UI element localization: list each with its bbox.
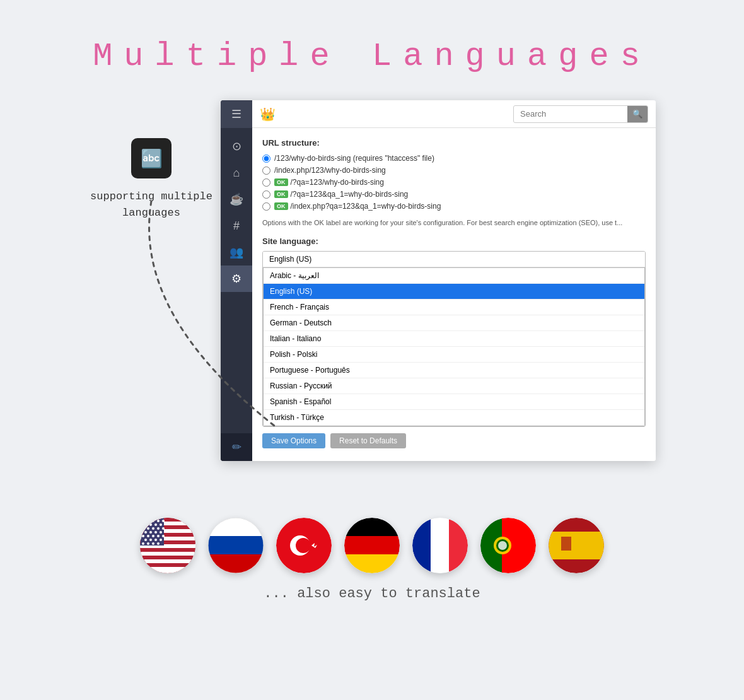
flag-portugal	[480, 518, 536, 573]
svg-point-55	[157, 542, 160, 545]
lang-turkish[interactable]: Turkish - Türkçe	[264, 410, 644, 426]
translate-symbol: 🔤	[141, 148, 163, 169]
lang-english[interactable]: English (US)	[264, 284, 644, 300]
save-button[interactable]: Save Options	[262, 433, 325, 448]
svg-rect-82	[549, 532, 604, 559]
flag-usa	[140, 518, 195, 573]
svg-rect-69	[344, 554, 400, 573]
left-annotation: 🔤 supporting multiple languages	[88, 100, 214, 221]
flags-section	[0, 499, 744, 586]
svg-point-32	[154, 523, 157, 526]
lang-german[interactable]: German - Deutsch	[264, 315, 644, 331]
svg-point-37	[157, 527, 160, 530]
svg-point-41	[154, 531, 157, 534]
svg-rect-18	[140, 548, 195, 552]
sidebar-hash-icon[interactable]: #	[221, 213, 252, 239]
url-option-2-text: /index.php/123/why-do-birds-sing	[274, 166, 386, 175]
svg-point-31	[149, 523, 152, 526]
url-option-4-text: /?qa=123&qa_1=why-do-birds-sing	[291, 190, 409, 199]
sidebar-coffee-icon[interactable]: ☕	[221, 186, 252, 213]
svg-point-64	[296, 538, 311, 553]
options-note: Options with the OK label are working fo…	[262, 218, 646, 228]
svg-point-39	[144, 531, 147, 534]
svg-rect-67	[344, 518, 400, 537]
sidebar-pen-icon[interactable]: ✏	[221, 434, 252, 460]
url-option-4[interactable]: OK /?qa=123&qa_1=why-do-birds-sing	[262, 190, 646, 199]
svg-point-48	[144, 539, 147, 541]
sidebar-user-icon[interactable]: ⊙	[221, 133, 252, 160]
url-radio-4[interactable]	[262, 190, 270, 199]
svg-point-40	[149, 531, 152, 534]
svg-rect-57	[208, 518, 264, 537]
svg-point-46	[157, 535, 160, 537]
svg-point-49	[149, 539, 152, 541]
svg-rect-68	[344, 536, 400, 555]
sidebar: ☰ ⊙ ⌂ ☕ # 👥 ⚙ ✏	[221, 100, 252, 461]
lang-arabic[interactable]: Arabic - العربية	[264, 268, 644, 284]
search-button[interactable]: 🔍	[627, 106, 648, 122]
url-option-5-text: /index.php?qa=123&qa_1=why-do-birds-sing	[291, 202, 441, 211]
search-input[interactable]	[514, 109, 627, 119]
main-content: 👑 🔍 URL structure: /123/why-do-birds-sin…	[252, 100, 656, 461]
browser-mockup: ☰ ⊙ ⌂ ☕ # 👥 ⚙ ✏ 👑 🔍	[221, 100, 656, 461]
url-option-1-text: /123/why-do-birds-sing (requires "htacce…	[274, 154, 434, 163]
url-option-2[interactable]: /index.php/123/why-do-birds-sing	[262, 166, 646, 175]
svg-point-29	[162, 520, 165, 522]
lang-polish[interactable]: Polish - Polski	[264, 347, 644, 363]
svg-rect-20	[140, 556, 195, 559]
crown-icon: 👑	[260, 107, 276, 122]
search-bar[interactable]: 🔍	[513, 105, 648, 123]
sidebar-home-icon[interactable]: ⌂	[221, 160, 252, 186]
reset-button[interactable]: Reset to Defaults	[330, 433, 406, 448]
ok-badge-4: OK	[274, 190, 288, 198]
lang-russian[interactable]: Russian - Русский	[264, 378, 644, 394]
svg-point-33	[160, 523, 162, 526]
page-title: Multiple Languages	[0, 0, 744, 100]
svg-point-79	[498, 541, 507, 550]
svg-point-50	[154, 539, 157, 541]
flag-germany	[344, 518, 400, 573]
svg-point-54	[152, 542, 154, 545]
svg-point-52	[142, 542, 144, 545]
ok-badge-3: OK	[274, 178, 288, 186]
sidebar-settings-icon[interactable]: ⚙	[221, 265, 252, 292]
lang-portuguese[interactable]: Portuguese - Português	[264, 363, 644, 378]
flag-russia	[208, 518, 264, 573]
svg-rect-73	[449, 518, 468, 573]
svg-rect-21	[140, 559, 195, 563]
middle-section: 🔤 supporting multiple languages ☰ ⊙ ⌂ ☕ …	[0, 100, 744, 461]
sidebar-menu-icon[interactable]: ☰	[221, 101, 252, 127]
lang-french[interactable]: French - Français	[264, 300, 644, 315]
sidebar-top[interactable]: ☰	[221, 100, 252, 128]
url-radio-5[interactable]	[262, 202, 270, 211]
translate-icon: 🔤	[131, 138, 171, 178]
svg-rect-71	[412, 518, 431, 573]
sidebar-bottom: ✏	[221, 433, 252, 461]
url-option-3[interactable]: OK /?qa=123/why-do-birds-sing	[262, 178, 646, 187]
url-option-3-text: /?qa=123/why-do-birds-sing	[291, 178, 384, 187]
svg-point-38	[162, 527, 165, 530]
url-radio-1[interactable]	[262, 155, 270, 163]
svg-point-43	[142, 535, 144, 537]
flag-france	[412, 518, 468, 573]
lang-selected-value[interactable]: English (US)	[263, 252, 645, 267]
svg-rect-72	[431, 518, 450, 573]
lang-italian[interactable]: Italian - Italiano	[264, 331, 644, 347]
header-bar: 👑 🔍	[252, 100, 656, 128]
language-selector[interactable]: English (US) Arabic - العربية English (U…	[262, 251, 646, 427]
url-option-1[interactable]: /123/why-do-birds-sing (requires "htacce…	[262, 154, 646, 163]
svg-rect-83	[561, 537, 571, 551]
language-dropdown: Arabic - العربية English (US) French - F…	[263, 267, 645, 426]
url-radio-2[interactable]	[262, 166, 270, 175]
svg-point-53	[147, 542, 149, 545]
svg-point-30	[144, 523, 147, 526]
sidebar-users-icon[interactable]: 👥	[221, 239, 252, 265]
flag-turkey	[276, 518, 332, 573]
svg-point-36	[152, 527, 154, 530]
svg-point-47	[162, 535, 165, 537]
svg-rect-58	[208, 536, 264, 555]
url-option-5[interactable]: OK /index.php?qa=123&qa_1=why-do-birds-s…	[262, 202, 646, 211]
ok-badge-5: OK	[274, 202, 288, 210]
url-radio-3[interactable]	[262, 178, 270, 187]
lang-spanish[interactable]: Spanish - Español	[264, 394, 644, 410]
